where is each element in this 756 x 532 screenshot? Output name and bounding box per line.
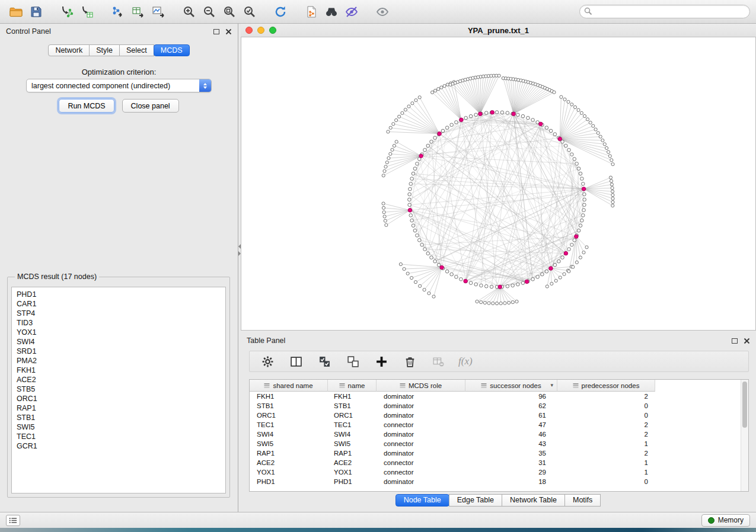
select-all-button[interactable] (316, 353, 333, 370)
run-mcds-button[interactable]: Run MCDS (59, 99, 114, 113)
tab-style[interactable]: Style (89, 44, 120, 56)
show-panels-button[interactable] (6, 515, 20, 526)
add-column-button[interactable] (373, 353, 390, 370)
cell-mcds-role[interactable]: connector (377, 458, 465, 467)
close-panel-button[interactable] (225, 28, 232, 35)
cell-shared-name[interactable]: ORC1 (250, 411, 328, 420)
cell-predecessor-nodes[interactable]: 2 (557, 430, 655, 439)
zoom-in-button[interactable] (179, 3, 199, 21)
network-graph[interactable] (241, 37, 755, 330)
cell-predecessor-nodes[interactable]: 1 (557, 467, 655, 477)
cell-shared-name[interactable]: STB1 (250, 401, 328, 411)
cell-name[interactable]: PHD1 (328, 477, 377, 486)
cell-predecessor-nodes[interactable]: 2 (557, 420, 655, 430)
cell-name[interactable]: RAP1 (328, 448, 377, 458)
column-header-name[interactable]: name (328, 380, 377, 392)
cell-shared-name[interactable]: PHD1 (250, 477, 328, 486)
column-header-successor-nodes[interactable]: successor nodes▾ (465, 380, 557, 392)
cell-shared-name[interactable]: FKH1 (250, 392, 328, 401)
table-row[interactable]: SWI4SWI4dominator462 (250, 430, 748, 439)
cell-mcds-role[interactable]: dominator (377, 430, 465, 439)
cell-mcds-role[interactable]: dominator (377, 477, 465, 486)
export-image-button[interactable] (148, 3, 168, 21)
cell-successor-nodes[interactable]: 43 (465, 439, 557, 448)
table-row[interactable]: SWI5SWI5connector431 (250, 439, 748, 448)
cell-name[interactable]: SWI4 (328, 430, 377, 439)
cell-name[interactable]: ACE2 (328, 458, 377, 467)
cell-shared-name[interactable]: YOX1 (250, 467, 328, 477)
close-table-panel-button[interactable] (744, 338, 750, 344)
mcds-result-item[interactable]: PHD1 (17, 290, 221, 299)
cell-mcds-role[interactable]: connector (377, 439, 465, 448)
mcds-result-list[interactable]: PHD1CAR1STP4TID3YOX1SWI4SRD1PMA2FKH1ACE2… (11, 287, 226, 493)
refresh-layout-button[interactable] (270, 3, 291, 21)
search-network-button[interactable] (321, 3, 342, 21)
cell-predecessor-nodes[interactable]: 2 (557, 392, 655, 401)
cell-predecessor-nodes[interactable]: 1 (557, 439, 655, 448)
zoom-selected-button[interactable] (240, 3, 260, 21)
mcds-result-item[interactable]: SWI4 (17, 337, 221, 347)
column-header-shared-name[interactable]: shared name (250, 380, 328, 392)
cell-shared-name[interactable]: ACE2 (250, 458, 328, 467)
tab-mcds[interactable]: MCDS (154, 44, 190, 56)
tab-motifs[interactable]: Motifs (564, 494, 601, 507)
cell-shared-name[interactable]: SWI4 (250, 430, 328, 439)
table-scrollbar-thumb[interactable] (742, 382, 747, 428)
column-header-predecessor-nodes[interactable]: predecessor nodes (557, 380, 655, 392)
cell-mcds-role[interactable]: connector (377, 420, 465, 430)
cell-successor-nodes[interactable]: 96 (465, 392, 557, 401)
cell-name[interactable]: YOX1 (328, 467, 377, 477)
mcds-result-item[interactable]: SWI5 (17, 422, 221, 432)
import-table-button[interactable] (77, 3, 97, 21)
cell-successor-nodes[interactable]: 35 (465, 448, 557, 458)
window-minimize-button[interactable] (257, 27, 264, 34)
window-maximize-button[interactable] (269, 27, 276, 34)
memory-button[interactable]: Memory (701, 514, 750, 527)
deselect-all-button[interactable] (344, 353, 361, 370)
zoom-out-button[interactable] (199, 3, 219, 21)
mcds-result-item[interactable]: TEC1 (17, 432, 221, 441)
tab-network[interactable]: Network (48, 44, 90, 56)
mcds-result-item[interactable]: STP4 (17, 309, 221, 318)
network-canvas[interactable] (241, 37, 756, 331)
float-panel-button[interactable] (213, 29, 219, 34)
cell-name[interactable]: SWI5 (328, 439, 377, 448)
cell-mcds-role[interactable]: dominator (377, 392, 465, 401)
cell-successor-nodes[interactable]: 18 (465, 477, 557, 486)
table-row[interactable]: RAP1RAP1dominator352 (250, 448, 748, 458)
criterion-dropdown[interactable]: largest connected component (undirected) (26, 79, 212, 92)
cell-shared-name[interactable]: RAP1 (250, 448, 328, 458)
table-row[interactable]: STB1STB1dominator620 (250, 401, 748, 411)
cell-shared-name[interactable]: SWI5 (250, 439, 328, 448)
show-columns-button[interactable] (288, 353, 304, 370)
cell-predecessor-nodes[interactable]: 0 (557, 411, 655, 420)
cell-predecessor-nodes[interactable]: 0 (557, 401, 655, 411)
tab-network-table[interactable]: Network Table (502, 494, 565, 507)
window-close-button[interactable] (245, 27, 253, 34)
table-scrollbar[interactable] (741, 380, 748, 491)
hide-selected-button[interactable] (342, 3, 362, 21)
table-settings-button[interactable] (259, 353, 276, 370)
mcds-result-item[interactable]: ORC1 (17, 394, 221, 403)
table-row[interactable]: ORC1ORC1dominator610 (250, 411, 748, 420)
search-input[interactable] (579, 5, 750, 18)
mcds-result-item[interactable]: FKH1 (17, 366, 221, 375)
cell-name[interactable]: STB1 (328, 401, 377, 411)
export-table-button[interactable] (128, 3, 148, 21)
tab-edge-table[interactable]: Edge Table (449, 494, 502, 507)
close-panel-action-button[interactable]: Close panel (122, 99, 179, 113)
cell-mcds-role[interactable]: connector (377, 467, 465, 477)
mcds-result-item[interactable]: YOX1 (17, 328, 221, 337)
cell-successor-nodes[interactable]: 47 (465, 420, 557, 430)
mcds-result-item[interactable]: STB1 (17, 413, 221, 422)
clone-network-button[interactable] (301, 3, 321, 21)
mcds-result-item[interactable]: PMA2 (17, 356, 221, 366)
table-row[interactable]: FKH1FKH1dominator962 (250, 392, 748, 401)
cell-successor-nodes[interactable]: 46 (465, 430, 557, 439)
cell-name[interactable]: TEC1 (328, 420, 377, 430)
mcds-result-item[interactable]: TID3 (17, 318, 221, 328)
cell-name[interactable]: ORC1 (328, 411, 377, 420)
cell-predecessor-nodes[interactable]: 0 (557, 477, 655, 486)
mcds-result-item[interactable]: RAP1 (17, 403, 221, 413)
table-row[interactable]: PHD1PHD1dominator180 (250, 477, 748, 486)
